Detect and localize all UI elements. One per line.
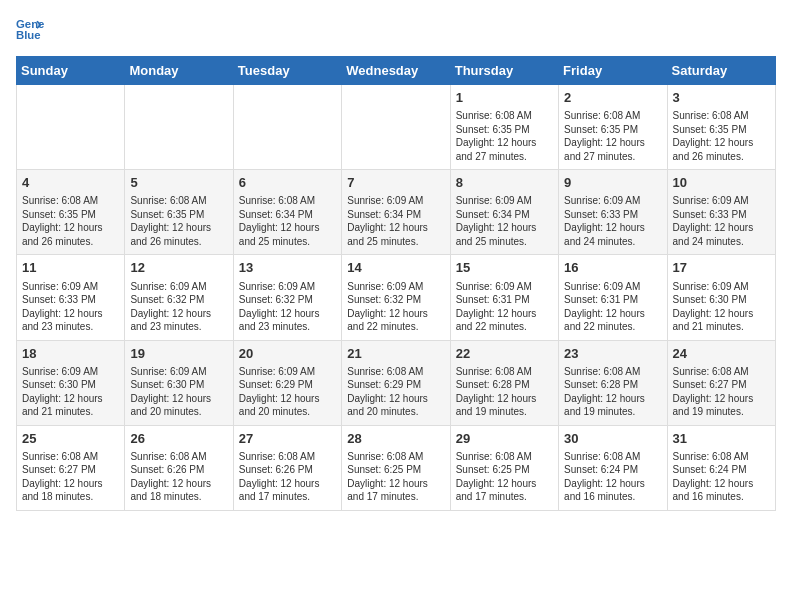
day-info: Sunrise: 6:08 AM Sunset: 6:29 PM Dayligh… [347, 365, 444, 419]
day-number: 3 [673, 89, 770, 107]
day-number: 4 [22, 174, 119, 192]
day-number: 14 [347, 259, 444, 277]
day-number: 28 [347, 430, 444, 448]
day-number: 22 [456, 345, 553, 363]
day-number: 23 [564, 345, 661, 363]
day-info: Sunrise: 6:08 AM Sunset: 6:34 PM Dayligh… [239, 194, 336, 248]
logo: General Blue [16, 16, 44, 44]
day-info: Sunrise: 6:08 AM Sunset: 6:25 PM Dayligh… [456, 450, 553, 504]
day-info: Sunrise: 6:09 AM Sunset: 6:32 PM Dayligh… [347, 280, 444, 334]
day-cell: 16Sunrise: 6:09 AM Sunset: 6:31 PM Dayli… [559, 255, 667, 340]
day-number: 11 [22, 259, 119, 277]
calendar-table: SundayMondayTuesdayWednesdayThursdayFrid… [16, 56, 776, 511]
day-info: Sunrise: 6:08 AM Sunset: 6:35 PM Dayligh… [456, 109, 553, 163]
day-cell: 25Sunrise: 6:08 AM Sunset: 6:27 PM Dayli… [17, 425, 125, 510]
day-number: 9 [564, 174, 661, 192]
day-cell: 22Sunrise: 6:08 AM Sunset: 6:28 PM Dayli… [450, 340, 558, 425]
day-info: Sunrise: 6:08 AM Sunset: 6:26 PM Dayligh… [239, 450, 336, 504]
day-info: Sunrise: 6:09 AM Sunset: 6:30 PM Dayligh… [130, 365, 227, 419]
day-cell: 30Sunrise: 6:08 AM Sunset: 6:24 PM Dayli… [559, 425, 667, 510]
day-number: 8 [456, 174, 553, 192]
day-header-tuesday: Tuesday [233, 57, 341, 85]
day-cell: 10Sunrise: 6:09 AM Sunset: 6:33 PM Dayli… [667, 170, 775, 255]
day-header-saturday: Saturday [667, 57, 775, 85]
day-cell: 8Sunrise: 6:09 AM Sunset: 6:34 PM Daylig… [450, 170, 558, 255]
day-number: 18 [22, 345, 119, 363]
day-cell: 4Sunrise: 6:08 AM Sunset: 6:35 PM Daylig… [17, 170, 125, 255]
week-row-3: 18Sunrise: 6:09 AM Sunset: 6:30 PM Dayli… [17, 340, 776, 425]
day-number: 30 [564, 430, 661, 448]
day-info: Sunrise: 6:09 AM Sunset: 6:32 PM Dayligh… [239, 280, 336, 334]
day-header-wednesday: Wednesday [342, 57, 450, 85]
day-cell: 14Sunrise: 6:09 AM Sunset: 6:32 PM Dayli… [342, 255, 450, 340]
day-cell: 13Sunrise: 6:09 AM Sunset: 6:32 PM Dayli… [233, 255, 341, 340]
day-cell: 9Sunrise: 6:09 AM Sunset: 6:33 PM Daylig… [559, 170, 667, 255]
day-info: Sunrise: 6:08 AM Sunset: 6:27 PM Dayligh… [673, 365, 770, 419]
day-cell: 19Sunrise: 6:09 AM Sunset: 6:30 PM Dayli… [125, 340, 233, 425]
week-row-0: 1Sunrise: 6:08 AM Sunset: 6:35 PM Daylig… [17, 85, 776, 170]
day-info: Sunrise: 6:08 AM Sunset: 6:24 PM Dayligh… [673, 450, 770, 504]
day-info: Sunrise: 6:09 AM Sunset: 6:34 PM Dayligh… [347, 194, 444, 248]
day-number: 17 [673, 259, 770, 277]
day-number: 19 [130, 345, 227, 363]
day-number: 13 [239, 259, 336, 277]
day-info: Sunrise: 6:09 AM Sunset: 6:31 PM Dayligh… [456, 280, 553, 334]
day-cell: 26Sunrise: 6:08 AM Sunset: 6:26 PM Dayli… [125, 425, 233, 510]
day-info: Sunrise: 6:08 AM Sunset: 6:25 PM Dayligh… [347, 450, 444, 504]
day-info: Sunrise: 6:09 AM Sunset: 6:29 PM Dayligh… [239, 365, 336, 419]
day-cell: 1Sunrise: 6:08 AM Sunset: 6:35 PM Daylig… [450, 85, 558, 170]
day-number: 29 [456, 430, 553, 448]
day-cell: 3Sunrise: 6:08 AM Sunset: 6:35 PM Daylig… [667, 85, 775, 170]
week-row-2: 11Sunrise: 6:09 AM Sunset: 6:33 PM Dayli… [17, 255, 776, 340]
day-number: 6 [239, 174, 336, 192]
day-number: 24 [673, 345, 770, 363]
day-cell: 12Sunrise: 6:09 AM Sunset: 6:32 PM Dayli… [125, 255, 233, 340]
day-info: Sunrise: 6:09 AM Sunset: 6:31 PM Dayligh… [564, 280, 661, 334]
day-cell: 21Sunrise: 6:08 AM Sunset: 6:29 PM Dayli… [342, 340, 450, 425]
day-header-sunday: Sunday [17, 57, 125, 85]
day-info: Sunrise: 6:08 AM Sunset: 6:35 PM Dayligh… [130, 194, 227, 248]
day-info: Sunrise: 6:08 AM Sunset: 6:24 PM Dayligh… [564, 450, 661, 504]
header-row: SundayMondayTuesdayWednesdayThursdayFrid… [17, 57, 776, 85]
day-info: Sunrise: 6:08 AM Sunset: 6:35 PM Dayligh… [564, 109, 661, 163]
day-header-thursday: Thursday [450, 57, 558, 85]
day-number: 5 [130, 174, 227, 192]
day-cell: 18Sunrise: 6:09 AM Sunset: 6:30 PM Dayli… [17, 340, 125, 425]
day-number: 2 [564, 89, 661, 107]
day-number: 27 [239, 430, 336, 448]
svg-text:Blue: Blue [16, 29, 41, 41]
day-info: Sunrise: 6:08 AM Sunset: 6:26 PM Dayligh… [130, 450, 227, 504]
day-cell: 17Sunrise: 6:09 AM Sunset: 6:30 PM Dayli… [667, 255, 775, 340]
day-number: 10 [673, 174, 770, 192]
day-info: Sunrise: 6:09 AM Sunset: 6:30 PM Dayligh… [22, 365, 119, 419]
day-number: 7 [347, 174, 444, 192]
day-cell: 20Sunrise: 6:09 AM Sunset: 6:29 PM Dayli… [233, 340, 341, 425]
day-info: Sunrise: 6:08 AM Sunset: 6:28 PM Dayligh… [456, 365, 553, 419]
day-info: Sunrise: 6:08 AM Sunset: 6:35 PM Dayligh… [673, 109, 770, 163]
day-cell: 31Sunrise: 6:08 AM Sunset: 6:24 PM Dayli… [667, 425, 775, 510]
day-cell: 24Sunrise: 6:08 AM Sunset: 6:27 PM Dayli… [667, 340, 775, 425]
day-header-friday: Friday [559, 57, 667, 85]
day-cell [125, 85, 233, 170]
day-header-monday: Monday [125, 57, 233, 85]
day-cell [233, 85, 341, 170]
logo-icon: General Blue [16, 16, 44, 44]
day-number: 26 [130, 430, 227, 448]
day-number: 15 [456, 259, 553, 277]
day-info: Sunrise: 6:09 AM Sunset: 6:30 PM Dayligh… [673, 280, 770, 334]
day-info: Sunrise: 6:09 AM Sunset: 6:33 PM Dayligh… [673, 194, 770, 248]
day-number: 25 [22, 430, 119, 448]
day-cell: 6Sunrise: 6:08 AM Sunset: 6:34 PM Daylig… [233, 170, 341, 255]
day-info: Sunrise: 6:09 AM Sunset: 6:34 PM Dayligh… [456, 194, 553, 248]
page-header: General Blue [16, 16, 776, 44]
day-cell [342, 85, 450, 170]
week-row-4: 25Sunrise: 6:08 AM Sunset: 6:27 PM Dayli… [17, 425, 776, 510]
day-cell [17, 85, 125, 170]
day-cell: 29Sunrise: 6:08 AM Sunset: 6:25 PM Dayli… [450, 425, 558, 510]
day-cell: 11Sunrise: 6:09 AM Sunset: 6:33 PM Dayli… [17, 255, 125, 340]
day-cell: 23Sunrise: 6:08 AM Sunset: 6:28 PM Dayli… [559, 340, 667, 425]
day-number: 31 [673, 430, 770, 448]
day-info: Sunrise: 6:08 AM Sunset: 6:35 PM Dayligh… [22, 194, 119, 248]
day-cell: 27Sunrise: 6:08 AM Sunset: 6:26 PM Dayli… [233, 425, 341, 510]
week-row-1: 4Sunrise: 6:08 AM Sunset: 6:35 PM Daylig… [17, 170, 776, 255]
